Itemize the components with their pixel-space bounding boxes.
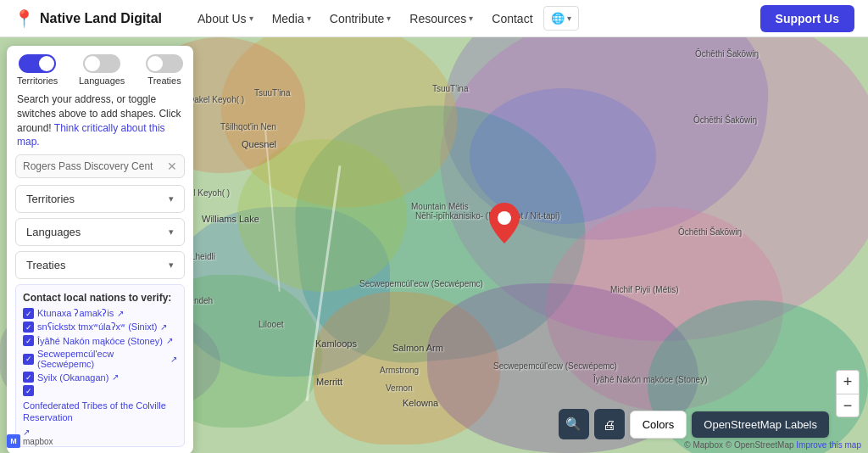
toggle-knob (39, 56, 54, 71)
chevron-down-icon: ▾ (249, 14, 253, 23)
colors-button[interactable]: Colors (630, 411, 687, 439)
nav-contribute[interactable]: Contribute ▾ (321, 7, 400, 31)
checkbox-2[interactable]: ✓ (23, 335, 34, 346)
external-link-icon: ↗ (117, 309, 124, 318)
support-button[interactable]: Support Us (760, 5, 854, 32)
search-map-button[interactable]: 🔍 (559, 409, 589, 439)
logo-icon: 📍 (14, 8, 35, 29)
nav: About Us ▾ Media ▾ Contribute ▾ Resource… (189, 6, 754, 31)
nation-item-5[interactable]: ✓ Confederated Tribes of the Colville Re… (23, 385, 177, 437)
svg-point-0 (498, 211, 511, 225)
chevron-down-icon: ▾ (169, 260, 174, 271)
nav-about[interactable]: About Us ▾ (189, 7, 262, 31)
sidebar-panel: Territories Languages Treaties Search yo… (7, 46, 193, 453)
treaties-toggle-item: Treaties (146, 54, 183, 86)
language-selector[interactable]: 🌐 ▾ (543, 6, 579, 31)
mapbox-logo: M mapbox (7, 434, 53, 448)
nav-resources[interactable]: Resources ▾ (401, 7, 481, 31)
languages-toggle[interactable] (83, 54, 120, 73)
zoom-controls: + − (836, 370, 860, 417)
toggle-knob (147, 56, 163, 71)
external-link-icon: ↗ (166, 336, 173, 345)
chevron-down-icon: ▾ (307, 14, 311, 23)
nav-contact[interactable]: Contact (483, 7, 541, 31)
checkbox-3[interactable]: ✓ (23, 354, 34, 365)
chevron-down-icon: ▾ (567, 14, 571, 23)
map-pin (489, 203, 520, 247)
logo[interactable]: 📍 Native Land Digital (14, 8, 162, 29)
territories-dropdown[interactable]: Territories ▾ (15, 185, 185, 213)
nation-item-1[interactable]: ✓ snʕickstx tmxʷúlaʔxʷ (Sinixt) ↗ (23, 322, 177, 333)
nation-item-2[interactable]: ✓ Îyâħé Nakón mąkóce (Stoney) ↗ (23, 335, 177, 346)
zoom-in-button[interactable]: + (836, 370, 860, 394)
chevron-down-icon: ▾ (387, 14, 391, 23)
contact-section: Contact local nations to verify: ✓ Ktuna… (15, 284, 185, 447)
checkbox-1[interactable]: ✓ (23, 322, 34, 333)
toggle-knob (85, 56, 100, 71)
languages-dropdown[interactable]: Languages ▾ (15, 218, 185, 246)
nation-item-0[interactable]: ✓ Ktunaxa ʔamakʔis ↗ (23, 308, 177, 319)
chevron-down-icon: ▾ (469, 14, 473, 23)
external-link-icon: ↗ (170, 355, 177, 364)
search-row: ✕ (15, 154, 185, 178)
nation-item-3[interactable]: ✓ Secwepemcúl'ecw (Secwépemc) ↗ (23, 349, 177, 369)
territories-toggle[interactable] (19, 54, 56, 73)
clear-search-button[interactable]: ✕ (160, 159, 184, 173)
logo-text: Native Land Digital (40, 11, 162, 26)
map-controls-row: 🔍 🖨 Colors OpenStreetMap Labels (559, 409, 829, 439)
chevron-down-icon: ▾ (169, 193, 174, 204)
external-link-icon: ↗ (112, 372, 119, 382)
mapbox-icon: M (7, 434, 20, 448)
nav-media[interactable]: Media ▾ (264, 7, 320, 31)
toggle-row: Territories Languages Treaties (7, 46, 193, 89)
globe-icon: 🌐 (551, 12, 565, 25)
zoom-out-button[interactable]: − (836, 394, 860, 417)
treaties-dropdown[interactable]: Treaties ▾ (15, 251, 185, 279)
territories-toggle-item: Territories (17, 54, 58, 86)
checkbox-0[interactable]: ✓ (23, 308, 34, 319)
checkbox-5[interactable]: ✓ (23, 385, 34, 396)
checkbox-4[interactable]: ✓ (23, 372, 34, 383)
search-input[interactable] (16, 155, 160, 177)
osm-labels-button[interactable]: OpenStreetMap Labels (692, 411, 829, 438)
treaties-toggle[interactable] (146, 54, 183, 73)
chevron-down-icon: ▾ (169, 226, 174, 238)
map-attribution: © Mapbox © OpenStreetMap Improve this ma… (684, 440, 861, 450)
nation-item-4[interactable]: ✓ Syilx (Okanagan) ↗ (23, 372, 177, 383)
print-icon: 🖨 (603, 417, 615, 432)
mapbox-text: mapbox (23, 437, 53, 446)
header: 📍 Native Land Digital About Us ▾ Media ▾… (0, 0, 868, 37)
languages-toggle-item: Languages (79, 54, 125, 86)
search-icon: 🔍 (565, 417, 581, 432)
improve-map-link[interactable]: Improve this map (796, 440, 861, 450)
search-instruction: Search your address, or toggle switches … (7, 89, 193, 154)
print-button[interactable]: 🖨 (594, 409, 625, 439)
external-link-icon: ↗ (160, 322, 167, 332)
